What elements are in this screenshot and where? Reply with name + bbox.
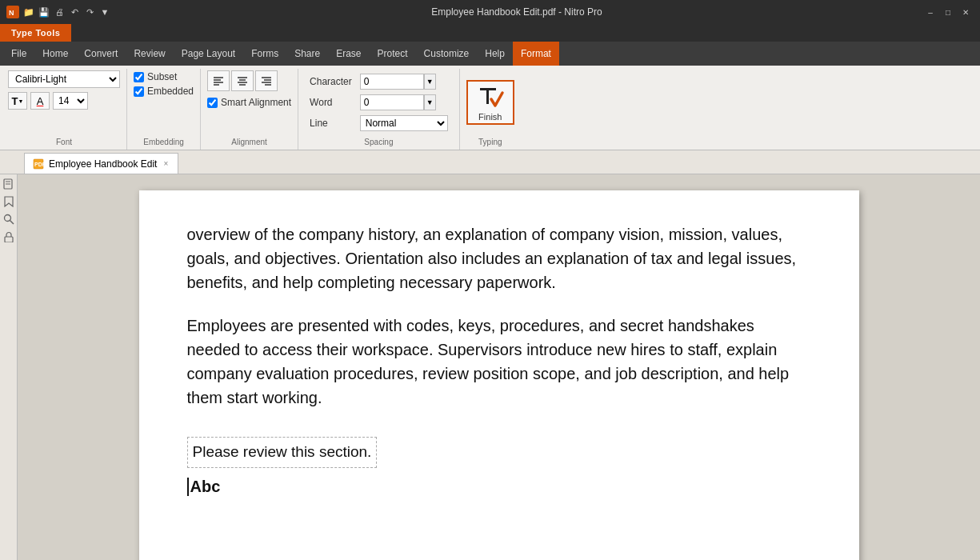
menu-share[interactable]: Share [286,42,328,66]
dashed-text-content: Please review this section. [193,443,372,460]
close-button[interactable]: ✕ [958,6,974,18]
sidebar-bookmarks-icon[interactable] [2,195,15,208]
word-label: Word [310,97,332,108]
title-bar-left: N 📁 💾 🖨 ↶ ↷ ▼ [6,6,111,18]
menu-convert[interactable]: Convert [76,42,126,66]
finish-icon [477,83,504,110]
embedded-checkbox[interactable] [134,86,144,97]
embedded-label: Embedded [147,86,194,97]
quick-access-toolbar: 📁 💾 🖨 ↶ ↷ ▼ [22,6,111,18]
finish-button[interactable]: Finish [466,80,514,125]
ribbon-group-embedding: Subset Embedded Embedding [127,69,201,150]
print-icon[interactable]: 🖨 [53,6,66,18]
save-icon[interactable]: 💾 [38,6,50,18]
svg-point-22 [4,215,10,222]
finish-label: Finish [478,112,502,122]
subset-checkbox-row[interactable]: Subset [134,71,177,82]
undo-icon[interactable]: ↶ [68,6,81,18]
window-title: Employee Handbook Edit.pdf - Nitro Pro [111,6,922,18]
window-controls: – □ ✕ [922,6,974,18]
font-color-button[interactable]: A [30,92,50,110]
ribbon-group-typing: Finish Typing [460,69,521,150]
tab-bar: PDF Employee Handbook Edit × [0,150,980,174]
sidebar-pages-icon[interactable] [2,178,15,190]
sidebar-search-icon[interactable] [2,213,15,226]
ribbon-group-alignment: Smart Alignment Alignment [201,69,298,150]
typing-group-label: Typing [478,134,502,148]
alignment-group-label: Alignment [231,134,266,148]
minimize-button[interactable]: – [922,6,938,18]
svg-rect-24 [5,237,13,242]
left-sidebar [0,174,18,560]
dashed-text-box[interactable]: Please review this section. [187,437,378,468]
redo-icon[interactable]: ↷ [83,6,96,18]
svg-marker-21 [5,197,13,206]
content-area: overview of the company history, an expl… [0,174,980,560]
align-right-button[interactable] [255,70,278,91]
text-format-button[interactable]: T▼ [8,92,27,110]
abc-label: Abc [187,478,221,496]
tab-close-button[interactable]: × [162,158,170,169]
svg-rect-15 [486,88,489,104]
character-label: Character [310,76,352,87]
sidebar-lock-icon[interactable] [2,230,15,243]
font-size-select[interactable]: 14 [53,92,88,110]
menu-format[interactable]: Format [513,42,559,66]
font-row2: T▼ A 14 [8,92,88,110]
font-name-select[interactable]: Calibri-Light [8,70,120,88]
menu-review[interactable]: Review [126,42,173,66]
smart-alignment-label: Smart Alignment [221,97,291,108]
spacing-table: Character ▼ Word ▼ [305,70,453,134]
menu-page-layout[interactable]: Page Layout [174,42,243,66]
menu-bar: File Home Convert Review Page Layout For… [0,42,980,66]
document-page: overview of the company history, an expl… [139,190,859,560]
nitro-logo-icon: N [6,6,19,18]
subset-checkbox[interactable] [134,72,144,82]
document-area: overview of the company history, an expl… [18,174,980,560]
document-tab[interactable]: PDF Employee Handbook Edit × [24,153,178,174]
paragraph-1: overview of the company history, an expl… [187,222,811,294]
paragraph-2: Employees are presented with codes, keys… [187,314,811,410]
character-spacing-dropdown[interactable]: ▼ [424,74,436,90]
tab-label: Employee Handbook Edit [49,158,157,170]
align-center-button[interactable] [231,70,254,91]
word-spacing-input[interactable] [360,94,424,110]
embedding-group-label: Embedding [143,134,184,148]
maximize-button[interactable]: □ [940,6,956,18]
menu-help[interactable]: Help [477,42,513,66]
menu-erase[interactable]: Erase [328,42,369,66]
menu-protect[interactable]: Protect [370,42,416,66]
font-group-label: Font [56,134,72,148]
ribbon-group-font: Calibri-Light T▼ A 14 Font [2,69,127,150]
svg-text:PDF: PDF [34,162,44,167]
line-spacing-select[interactable]: Normal [360,115,448,131]
svg-text:N: N [9,9,14,17]
menu-customize[interactable]: Customize [416,42,478,66]
menu-forms[interactable]: Forms [243,42,286,66]
customize-icon[interactable]: ▼ [98,6,111,18]
menu-home[interactable]: Home [34,42,76,66]
smart-alignment-checkbox[interactable] [207,98,218,108]
open-icon[interactable]: 📁 [22,6,35,18]
menu-file[interactable]: File [3,42,34,66]
ribbon-group-spacing: Character ▼ Word ▼ [298,69,460,150]
context-tab-label: Type Tools [0,24,71,42]
title-bar: N 📁 💾 🖨 ↶ ↷ ▼ Employee Handbook Edit.pdf… [0,0,980,24]
ribbon: Calibri-Light T▼ A 14 Font Subset Embedd… [0,66,980,150]
embedded-checkbox-row[interactable]: Embedded [134,86,194,97]
line-label: Line [310,118,328,129]
spacing-group-label: Spacing [364,134,393,148]
smart-alignment-row[interactable]: Smart Alignment [207,97,291,108]
word-spacing-dropdown[interactable]: ▼ [424,94,436,110]
context-tab-bar: Type Tools [0,24,980,42]
tab-icon: PDF [33,158,44,170]
subset-label: Subset [147,71,177,82]
align-left-button[interactable] [207,70,230,91]
svg-line-23 [10,221,14,225]
character-spacing-input[interactable] [360,74,424,90]
